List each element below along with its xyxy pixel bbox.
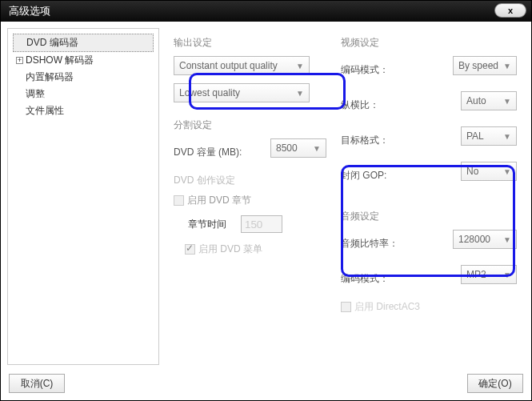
audio-section-label: 音频设定 xyxy=(341,210,517,223)
chevron-down-icon: ▼ xyxy=(296,62,304,70)
cancel-button[interactable]: 取消(C) xyxy=(9,374,65,393)
main-panel: 输出设定 Constant output quality ▼ Lowest qu… xyxy=(166,28,525,365)
format-combo[interactable]: PAL ▼ xyxy=(461,126,517,146)
gop-combo[interactable]: No ▼ xyxy=(461,162,517,181)
output-section-label: 输出设定 xyxy=(174,36,326,50)
checkbox-icon xyxy=(341,302,351,312)
directac3-label: 启用 DirectAC3 xyxy=(354,300,420,314)
chapter-time-input xyxy=(241,215,282,233)
bitrate-combo[interactable]: 128000 ▼ xyxy=(453,230,517,249)
enable-menu-label: 启用 DVD 菜单 xyxy=(198,243,262,256)
footer: 取消(C) 确定(O) xyxy=(1,371,531,400)
combo-value: 128000 xyxy=(458,234,490,245)
sidebar-label: DVD 编码器 xyxy=(26,36,78,50)
sidebar-label: 文件属性 xyxy=(26,104,64,118)
combo-value: Constant output quality xyxy=(179,60,278,71)
split-section-label: 分割设定 xyxy=(174,118,326,132)
close-button[interactable]: x xyxy=(494,3,526,18)
audio-mode-label: 编码模式： xyxy=(341,272,389,286)
close-icon: x xyxy=(508,6,513,15)
chevron-down-icon: ▼ xyxy=(503,235,511,244)
chapter-time-label: 章节时间 xyxy=(188,218,226,231)
chevron-down-icon: ▼ xyxy=(503,62,511,70)
capacity-label: DVD 容量 (MB): xyxy=(174,146,242,159)
expand-icon[interactable]: + xyxy=(16,57,23,64)
combo-value: 8500 xyxy=(276,142,298,154)
video-section-label: 视频设定 xyxy=(341,36,517,50)
chevron-down-icon: ▼ xyxy=(296,89,304,98)
format-label: 目标格式： xyxy=(341,134,389,147)
sidebar-label: 调整 xyxy=(26,87,45,101)
combo-value: By speed xyxy=(458,60,498,71)
sidebar-item-adjust[interactable]: 调整 xyxy=(13,86,154,102)
video-encode-mode-combo[interactable]: By speed ▼ xyxy=(453,56,517,75)
gop-label: 封闭 GOP: xyxy=(341,169,386,182)
chevron-down-icon: ▼ xyxy=(313,144,321,153)
enable-chapter-label: 启用 DVD 章节 xyxy=(187,194,251,207)
sidebar-item-file-props[interactable]: 文件属性 xyxy=(13,102,154,119)
combo-value: MP2 xyxy=(466,269,486,280)
window-title: 高级选项 xyxy=(9,4,50,18)
aspect-combo[interactable]: Auto ▼ xyxy=(461,91,517,110)
chevron-down-icon: ▼ xyxy=(503,132,511,141)
combo-value: Auto xyxy=(466,95,486,106)
encode-mode-label: 编码模式： xyxy=(341,63,389,77)
sidebar-label: 内置解码器 xyxy=(26,70,74,84)
directac3-row: 启用 DirectAC3 xyxy=(341,300,517,314)
sidebar-label: DSHOW 解码器 xyxy=(26,54,94,67)
chevron-down-icon: ▼ xyxy=(503,167,511,176)
combo-value: PAL xyxy=(466,130,484,142)
capacity-combo[interactable]: 8500 ▼ xyxy=(270,138,326,158)
authoring-section-label: DVD 创作设定 xyxy=(174,174,326,187)
sidebar-item-dvd-encoder[interactable]: DVD 编码器 xyxy=(13,34,154,52)
bitrate-label: 音频比特率： xyxy=(341,237,398,251)
combo-value: No xyxy=(466,166,478,177)
enable-chapter-row[interactable]: 启用 DVD 章节 xyxy=(174,194,326,207)
chevron-down-icon: ▼ xyxy=(503,97,511,106)
titlebar: 高级选项 x xyxy=(1,1,531,22)
sidebar: DVD 编码器 + DSHOW 解码器 内置解码器 调整 文件属性 xyxy=(7,28,159,365)
combo-value: Lowest quality xyxy=(179,87,240,98)
chevron-down-icon: ▼ xyxy=(503,271,511,279)
checkbox-icon xyxy=(185,244,195,255)
sidebar-item-builtin-decoder[interactable]: 内置解码器 xyxy=(13,69,154,86)
checkbox-icon xyxy=(174,195,184,206)
button-label: 取消(C) xyxy=(21,377,54,391)
audio-mode-combo[interactable]: MP2 ▼ xyxy=(461,265,517,284)
aspect-label: 纵横比： xyxy=(341,98,379,112)
button-label: 确定(O) xyxy=(478,377,511,391)
sidebar-item-dshow-decoder[interactable]: + DSHOW 解码器 xyxy=(13,52,154,69)
quality-mode-combo[interactable]: Constant output quality ▼ xyxy=(174,56,310,75)
enable-menu-row: 启用 DVD 菜单 xyxy=(174,243,326,256)
quality-level-combo[interactable]: Lowest quality ▼ xyxy=(174,83,310,102)
ok-button[interactable]: 确定(O) xyxy=(467,374,523,393)
